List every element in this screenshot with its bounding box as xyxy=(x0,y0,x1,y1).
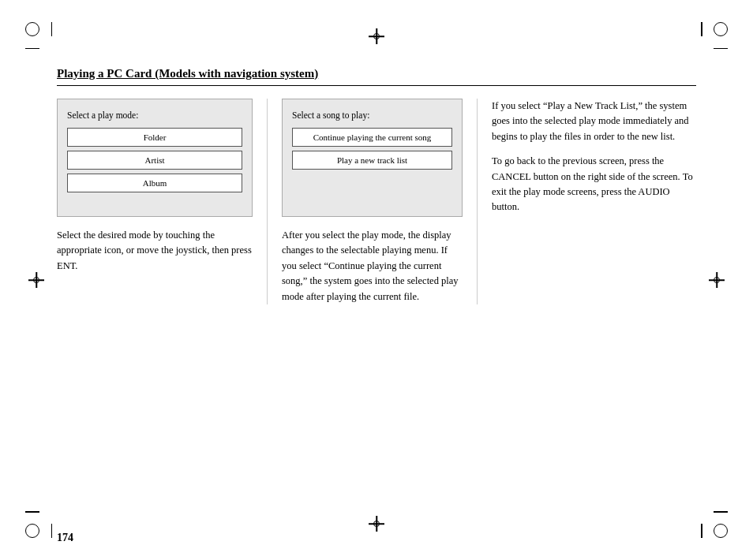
crosshair-right-center xyxy=(709,272,725,288)
page-number: 174 xyxy=(57,532,73,544)
left-screen-mockup: Select a play mode: Folder Artist Album xyxy=(57,99,253,217)
corner-mark-bottom-right xyxy=(706,516,728,538)
corner-mark-top-left xyxy=(25,22,47,44)
page-title: Playing a PC Card (Models with navigatio… xyxy=(57,67,696,86)
corner-mark-bottom-left xyxy=(25,516,47,538)
col-middle: Select a song to play: Continue playing … xyxy=(267,99,463,304)
right-text-1: If you select “Play a New Track List,” t… xyxy=(492,99,696,144)
left-screen-button-folder: Folder xyxy=(67,128,242,147)
page-content: Playing a PC Card (Models with navigatio… xyxy=(57,67,696,513)
left-caption: Select the desired mode by touching the … xyxy=(57,228,253,274)
middle-screen-label: Select a song to play: xyxy=(292,110,452,120)
left-screen-button-artist: Artist xyxy=(67,151,242,170)
col-left: Select a play mode: Folder Artist Album … xyxy=(57,99,253,304)
left-screen-label: Select a play mode: xyxy=(67,110,242,120)
col-right: If you select “Play a New Track List,” t… xyxy=(477,99,696,304)
middle-screen-mockup: Select a song to play: Continue playing … xyxy=(282,99,463,217)
middle-screen-button-new-track: Play a new track list xyxy=(292,151,452,170)
crosshair-left-center xyxy=(28,272,44,288)
left-screen-button-album: Album xyxy=(67,174,242,192)
columns-container: Select a play mode: Folder Artist Album … xyxy=(57,99,696,304)
middle-caption: After you select the play mode, the disp… xyxy=(282,228,463,304)
crosshair-top-center xyxy=(369,28,384,44)
corner-mark-top-right xyxy=(706,22,728,44)
right-text-2: To go back to the previous screen, press… xyxy=(492,154,696,215)
middle-screen-button-continue: Continue playing the current song xyxy=(292,128,452,147)
crosshair-bottom-center xyxy=(369,516,384,532)
